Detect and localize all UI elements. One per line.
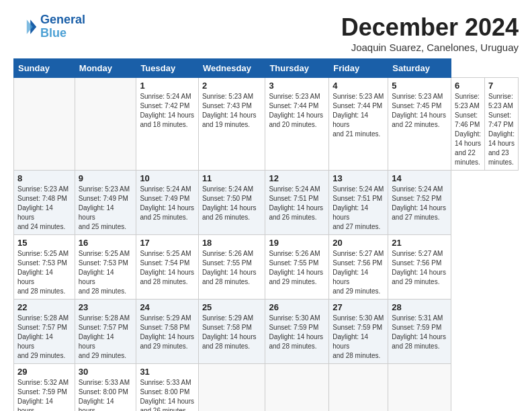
- calendar-cell: 9Sunrise: 5:23 AM Sunset: 7:49 PM Daylig…: [75, 171, 136, 235]
- calendar-table: SundayMondayTuesdayWednesdayThursdayFrid…: [13, 58, 519, 411]
- day-number: 7: [488, 81, 515, 91]
- weekday-header-monday: Monday: [75, 59, 136, 78]
- day-info: Sunrise: 5:28 AM Sunset: 7:57 PM Dayligh…: [79, 314, 133, 361]
- calendar-cell: 31Sunrise: 5:33 AM Sunset: 8:00 PM Dayli…: [136, 364, 199, 412]
- calendar-cell: 14Sunrise: 5:24 AM Sunset: 7:52 PM Dayli…: [388, 171, 451, 235]
- day-number: 21: [392, 238, 447, 248]
- day-info: Sunrise: 5:23 AM Sunset: 7:43 PM Dayligh…: [202, 92, 262, 130]
- day-number: 24: [140, 302, 195, 312]
- calendar-cell: 13Sunrise: 5:24 AM Sunset: 7:51 PM Dayli…: [329, 171, 388, 235]
- day-number: 8: [17, 173, 71, 183]
- day-info: Sunrise: 5:25 AM Sunset: 7:54 PM Dayligh…: [140, 249, 195, 287]
- day-number: 5: [392, 81, 447, 91]
- day-info: Sunrise: 5:24 AM Sunset: 7:51 PM Dayligh…: [269, 185, 325, 222]
- calendar-cell: 19Sunrise: 5:26 AM Sunset: 7:55 PM Dayli…: [265, 235, 329, 300]
- day-info: Sunrise: 5:29 AM Sunset: 7:58 PM Dayligh…: [140, 314, 195, 351]
- calendar-cell: 26Sunrise: 5:30 AM Sunset: 7:59 PM Dayli…: [265, 300, 329, 364]
- calendar-cell: 22Sunrise: 5:28 AM Sunset: 7:57 PM Dayli…: [14, 300, 75, 364]
- day-info: Sunrise: 5:23 AM Sunset: 7:48 PM Dayligh…: [17, 185, 71, 232]
- calendar-cell: [75, 78, 136, 171]
- day-info: Sunrise: 5:33 AM Sunset: 8:00 PM Dayligh…: [140, 378, 195, 411]
- day-info: Sunrise: 5:31 AM Sunset: 7:59 PM Dayligh…: [392, 314, 447, 351]
- weekday-header-thursday: Thursday: [265, 59, 329, 78]
- day-number: 16: [79, 238, 133, 248]
- calendar-week-row: 1Sunrise: 5:24 AM Sunset: 7:42 PM Daylig…: [14, 78, 519, 171]
- day-number: 23: [79, 302, 133, 312]
- day-info: Sunrise: 5:23 AM Sunset: 7:47 PM Dayligh…: [488, 92, 515, 167]
- day-number: 15: [17, 238, 71, 248]
- day-number: 26: [269, 302, 325, 312]
- calendar-cell: [198, 364, 265, 412]
- day-number: 2: [202, 81, 262, 91]
- logo: General Blue: [13, 13, 85, 40]
- calendar-week-row: 8Sunrise: 5:23 AM Sunset: 7:48 PM Daylig…: [14, 171, 519, 235]
- day-info: Sunrise: 5:23 AM Sunset: 7:44 PM Dayligh…: [332, 92, 384, 139]
- day-info: Sunrise: 5:24 AM Sunset: 7:50 PM Dayligh…: [202, 185, 262, 222]
- day-number: 1: [140, 81, 195, 91]
- calendar-cell: 10Sunrise: 5:24 AM Sunset: 7:49 PM Dayli…: [136, 171, 199, 235]
- day-number: 4: [332, 81, 384, 91]
- calendar-cell: 4Sunrise: 5:23 AM Sunset: 7:44 PM Daylig…: [329, 78, 388, 171]
- day-number: 17: [140, 238, 195, 248]
- day-number: 31: [140, 367, 195, 377]
- calendar-cell: [329, 364, 388, 412]
- day-info: Sunrise: 5:25 AM Sunset: 7:53 PM Dayligh…: [79, 249, 133, 296]
- location-subtitle: Joaquin Suarez, Canelones, Uruguay: [341, 42, 519, 53]
- calendar-cell: 29Sunrise: 5:32 AM Sunset: 7:59 PM Dayli…: [14, 364, 75, 412]
- day-number: 6: [455, 81, 481, 91]
- calendar-cell: 12Sunrise: 5:24 AM Sunset: 7:51 PM Dayli…: [265, 171, 329, 235]
- weekday-header-sunday: Sunday: [14, 59, 75, 78]
- weekday-header-tuesday: Tuesday: [136, 59, 199, 78]
- weekday-header-wednesday: Wednesday: [198, 59, 265, 78]
- day-number: 28: [392, 302, 447, 312]
- month-title: December 2024: [341, 13, 519, 42]
- day-info: Sunrise: 5:26 AM Sunset: 7:55 PM Dayligh…: [269, 249, 325, 287]
- day-number: 25: [202, 302, 262, 312]
- calendar-cell: 20Sunrise: 5:27 AM Sunset: 7:56 PM Dayli…: [329, 235, 388, 300]
- day-number: 13: [332, 173, 384, 183]
- calendar-cell: 18Sunrise: 5:26 AM Sunset: 7:55 PM Dayli…: [198, 235, 265, 300]
- weekday-header-saturday: Saturday: [388, 59, 451, 78]
- calendar-cell: 1Sunrise: 5:24 AM Sunset: 7:42 PM Daylig…: [136, 78, 199, 171]
- calendar-week-row: 22Sunrise: 5:28 AM Sunset: 7:57 PM Dayli…: [14, 300, 519, 364]
- day-info: Sunrise: 5:24 AM Sunset: 7:49 PM Dayligh…: [140, 185, 195, 222]
- day-number: 27: [332, 302, 384, 312]
- calendar-cell: 23Sunrise: 5:28 AM Sunset: 7:57 PM Dayli…: [75, 300, 136, 364]
- day-number: 14: [392, 173, 447, 183]
- day-info: Sunrise: 5:32 AM Sunset: 7:59 PM Dayligh…: [17, 378, 71, 411]
- title-block: December 2024 Joaquin Suarez, Canelones,…: [341, 13, 519, 53]
- weekday-header-friday: Friday: [329, 59, 388, 78]
- day-info: Sunrise: 5:24 AM Sunset: 7:52 PM Dayligh…: [392, 185, 447, 222]
- day-number: 22: [17, 302, 71, 312]
- calendar-cell: 6Sunrise: 5:23 AM Sunset: 7:46 PM Daylig…: [451, 78, 485, 171]
- calendar-cell: 17Sunrise: 5:25 AM Sunset: 7:54 PM Dayli…: [136, 235, 199, 300]
- calendar-cell: 7Sunrise: 5:23 AM Sunset: 7:47 PM Daylig…: [485, 78, 519, 171]
- day-info: Sunrise: 5:27 AM Sunset: 7:56 PM Dayligh…: [392, 249, 447, 287]
- calendar-header-row: SundayMondayTuesdayWednesdayThursdayFrid…: [14, 59, 519, 78]
- day-info: Sunrise: 5:29 AM Sunset: 7:58 PM Dayligh…: [202, 314, 262, 351]
- logo-text: General Blue: [40, 13, 85, 40]
- calendar-cell: 30Sunrise: 5:33 AM Sunset: 8:00 PM Dayli…: [75, 364, 136, 412]
- calendar-cell: 5Sunrise: 5:23 AM Sunset: 7:45 PM Daylig…: [388, 78, 451, 171]
- calendar-cell: 25Sunrise: 5:29 AM Sunset: 7:58 PM Dayli…: [198, 300, 265, 364]
- calendar-cell: 15Sunrise: 5:25 AM Sunset: 7:53 PM Dayli…: [14, 235, 75, 300]
- day-info: Sunrise: 5:27 AM Sunset: 7:56 PM Dayligh…: [332, 249, 384, 296]
- day-info: Sunrise: 5:26 AM Sunset: 7:55 PM Dayligh…: [202, 249, 262, 287]
- day-info: Sunrise: 5:24 AM Sunset: 7:42 PM Dayligh…: [140, 92, 195, 130]
- day-info: Sunrise: 5:23 AM Sunset: 7:46 PM Dayligh…: [455, 92, 481, 167]
- day-info: Sunrise: 5:23 AM Sunset: 7:49 PM Dayligh…: [79, 185, 133, 232]
- day-number: 30: [79, 367, 133, 377]
- day-number: 29: [17, 367, 71, 377]
- day-info: Sunrise: 5:24 AM Sunset: 7:51 PM Dayligh…: [332, 185, 384, 232]
- day-info: Sunrise: 5:33 AM Sunset: 8:00 PM Dayligh…: [79, 378, 133, 411]
- day-info: Sunrise: 5:25 AM Sunset: 7:53 PM Dayligh…: [17, 249, 71, 296]
- calendar-week-row: 15Sunrise: 5:25 AM Sunset: 7:53 PM Dayli…: [14, 235, 519, 300]
- day-number: 10: [140, 173, 195, 183]
- day-number: 3: [269, 81, 325, 91]
- calendar-cell: 21Sunrise: 5:27 AM Sunset: 7:56 PM Dayli…: [388, 235, 451, 300]
- day-info: Sunrise: 5:23 AM Sunset: 7:45 PM Dayligh…: [392, 92, 447, 130]
- calendar-cell: 16Sunrise: 5:25 AM Sunset: 7:53 PM Dayli…: [75, 235, 136, 300]
- day-number: 11: [202, 173, 262, 183]
- calendar-week-row: 29Sunrise: 5:32 AM Sunset: 7:59 PM Dayli…: [14, 364, 519, 412]
- calendar-cell: 8Sunrise: 5:23 AM Sunset: 7:48 PM Daylig…: [14, 171, 75, 235]
